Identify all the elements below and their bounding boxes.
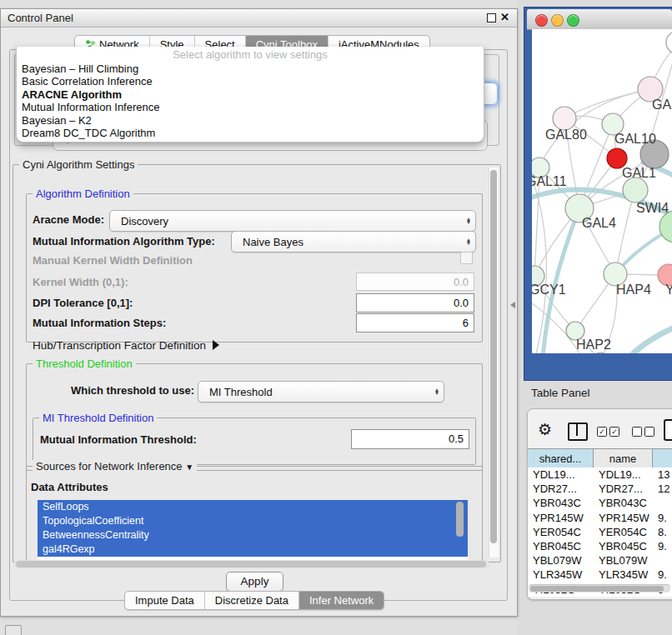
apply-button[interactable]: Apply: [226, 572, 283, 592]
network-node[interactable]: [553, 107, 576, 130]
table-row[interactable]: YDL19...YDL19...13: [528, 468, 672, 482]
node-label-y: Y: [665, 282, 672, 297]
table-body: YDL19...YDL19...13YDR27...YDR27...12YBR0…: [528, 468, 672, 597]
which-threshold-label: Which threshold to use:: [71, 384, 194, 397]
split-pane-collapse-arrow[interactable]: [510, 302, 515, 308]
table-row[interactable]: YBR043CYBR043C: [528, 496, 672, 510]
close-icon[interactable]: ✕: [500, 11, 509, 23]
table-cell: 8.: [653, 525, 672, 539]
column-header-a[interactable]: A: [653, 449, 672, 468]
kernel-width-label: Kernel Width (0,1):: [33, 276, 128, 288]
table-cell: YBR045C: [594, 539, 653, 553]
table-cell: YDL19...: [528, 468, 594, 482]
algorithm-option-dream8-dc-tdc-algorithm[interactable]: Dream8 DC_TDC Algorithm: [17, 127, 484, 139]
deselect-all-icon[interactable]: [632, 427, 642, 437]
combo-arrows-icon: ▲▼: [462, 218, 475, 225]
manual-kernel-label: Manual Kernel Width Definition: [33, 254, 193, 267]
table-hscroll-thumb[interactable]: [530, 586, 664, 592]
node-label-gal80: GAL80: [545, 128, 587, 142]
mi-type-value: Naive Bayes: [232, 236, 462, 248]
aracne-mode-value: Discovery: [110, 215, 462, 228]
attributes-scroll-thumb[interactable]: [456, 502, 464, 537]
attribute-betweennesscentrality[interactable]: BetweennessCentrality: [38, 528, 468, 542]
zoom-traffic-light[interactable]: [567, 14, 579, 27]
network-canvas[interactable]: GALGAL80GAL10GAL1GAL11SWI4GAL4GCY1HAP4YH…: [532, 29, 672, 353]
settings-hscroll-thumb[interactable]: [16, 561, 486, 568]
control-panel-window: Control Panel ✕ NetworkStyleSelectCyni T…: [0, 8, 518, 617]
attribute-gal4rgexp[interactable]: gal4RGexp: [38, 542, 468, 557]
minimize-traffic-light[interactable]: [551, 14, 564, 27]
table-row[interactable]: YER054CYER054C8.: [528, 525, 672, 539]
float-window-icon[interactable]: [487, 13, 496, 22]
node-label-hap4: HAP4: [616, 282, 651, 297]
network-edge-highlight: [623, 327, 672, 353]
split-columns-icon[interactable]: [568, 422, 588, 441]
gear-icon[interactable]: ⚙: [538, 420, 552, 439]
node-label-gal10: GAL10: [614, 132, 656, 146]
attribute-selfloops[interactable]: SelfLoops: [38, 500, 468, 514]
minimized-panel-icon[interactable]: [5, 625, 22, 635]
hub-definition-toggle[interactable]: Hub/Transcription Factor Definition: [33, 339, 219, 352]
deselect-all-icon[interactable]: [644, 427, 654, 437]
mi-type-label: Mutual Information Algorithm Type:: [33, 235, 215, 248]
which-threshold-select[interactable]: MI Threshold ▲▼: [198, 381, 444, 402]
select-all-icon[interactable]: ✓: [609, 427, 619, 437]
close-traffic-light[interactable]: [535, 14, 548, 27]
column-header-name[interactable]: name: [594, 449, 653, 468]
column-header-shared[interactable]: shared...: [528, 449, 594, 468]
cyni-settings-legend: Cyni Algorithm Settings: [19, 158, 138, 171]
control-panel-title: Control Panel: [8, 12, 73, 24]
network-edge: [564, 89, 650, 118]
expanded-arrow-icon: ▼: [185, 462, 193, 472]
table-cell: 9.: [653, 511, 672, 525]
bottom-tab-impute-data[interactable]: Impute Data: [125, 592, 205, 609]
table-horizontal-scrollbar[interactable]: [529, 584, 670, 592]
algorithm-definition-legend: Algorithm Definition: [33, 188, 133, 200]
network-graph: GALGAL80GAL10GAL1GAL11SWI4GAL4GCY1HAP4YH…: [532, 29, 672, 353]
aracne-mode-select[interactable]: Discovery ▲▼: [109, 210, 476, 232]
document-icon[interactable]: [664, 419, 672, 441]
kernel-width-input[interactable]: 0.0: [356, 272, 474, 291]
bottom-tab-infer-network[interactable]: Infer Network: [299, 592, 384, 609]
table-cell: YDL19...: [594, 468, 653, 482]
control-panel-titlebar[interactable]: Control Panel ✕: [1, 9, 517, 28]
table-row[interactable]: YBL079WYBL079W: [528, 553, 672, 568]
table-row[interactable]: YBR045CYBR045C9.: [528, 539, 672, 553]
mi-type-select[interactable]: Naive Bayes ▲▼: [231, 231, 476, 252]
table-cell: 9.: [653, 568, 672, 582]
table-cell: YLR345W: [594, 568, 653, 582]
network-node[interactable]: [623, 178, 648, 202]
network-window-titlebar[interactable]: [527, 9, 672, 30]
table-panel-title: Table Panel: [531, 387, 590, 399]
algorithm-option-basic-correlation-inference[interactable]: Basic Correlation Inference: [17, 75, 484, 88]
algorithm-option-bayesian-k2[interactable]: Bayesian – K2: [17, 114, 484, 127]
manual-kernel-checkbox[interactable]: [460, 252, 473, 264]
settings-vscroll-thumb[interactable]: [490, 170, 497, 543]
table-row[interactable]: YDR27...YDR27...12: [528, 482, 672, 496]
network-node[interactable]: [666, 31, 672, 54]
combo-arrows-icon: ▲▼: [430, 388, 444, 396]
table-cell: YER054C: [528, 525, 594, 539]
node-label-gal4: GAL4: [582, 216, 616, 230]
dpi-tolerance-label: DPI Tolerance [0,1]:: [33, 297, 133, 309]
attribute-topologicalcoefficient[interactable]: TopologicalCoefficient: [38, 514, 468, 528]
mi-steps-input[interactable]: 6: [356, 313, 474, 332]
algorithm-option-bayesian-hill-climbing[interactable]: Bayesian – Hill Climbing: [17, 62, 484, 75]
table-cell: YBL079W: [594, 553, 653, 568]
algorithm-option-aracne-algorithm[interactable]: ARACNE Algorithm: [17, 88, 484, 101]
mi-threshold-input[interactable]: 0.5: [351, 429, 469, 449]
table-cell: 12: [653, 482, 672, 496]
network-view-window: GALGAL80GAL10GAL1GAL11SWI4GAL4GCY1HAP4YH…: [524, 7, 672, 381]
dpi-tolerance-input[interactable]: 0.0: [356, 293, 474, 312]
bottom-tab-discretize-data[interactable]: Discretize Data: [205, 592, 299, 609]
mi-threshold-label: Mutual Information Threshold:: [40, 433, 197, 446]
sources-legend[interactable]: Sources for Network Inference ▼: [33, 460, 197, 472]
algorithm-option-mutual-information-inference[interactable]: Mutual Information Inference: [17, 101, 484, 113]
network-node[interactable]: [659, 211, 672, 242]
cyni-bottom-tabs: Impute DataDiscretize DataInfer Network: [124, 591, 384, 610]
mi-steps-label: Mutual Information Steps:: [33, 317, 166, 329]
table-row[interactable]: YLR345WYLR345W9.: [528, 568, 672, 582]
table-cell: [653, 553, 672, 568]
table-row[interactable]: YPR145WYPR145W9.: [528, 511, 672, 525]
select-all-icon[interactable]: ✓: [597, 427, 607, 437]
